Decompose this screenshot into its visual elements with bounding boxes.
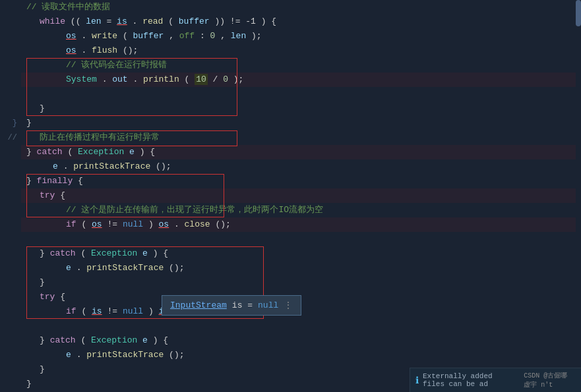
code-line: // 该代码会在运行时报错 [21, 58, 576, 72]
keyword-while: while [40, 16, 65, 26]
code-editor: } // // 读取文件中的数据 while (( len [0, 0, 581, 392]
tooltip-popup[interactable]: InputStream is = null ⋮ [162, 295, 301, 316]
code-line: System . out . println ( 10 / 0 ); [21, 72, 576, 87]
code-line: os . write ( buffer , off : 0 , len ); [21, 29, 576, 43]
code-line: } finally { [21, 174, 576, 188]
scrollbar-thumb[interactable] [576, 0, 581, 26]
tooltip-type: InputStream [170, 300, 227, 310]
code-line: e . printStackTrace (); [21, 348, 576, 362]
line-numbers: } // [0, 0, 21, 391]
code-line: } catch ( Exception e ) { [21, 246, 576, 261]
code-line: } catch ( Exception e ) { [21, 145, 576, 159]
comment-text: // 读取文件中的数据 [26, 2, 110, 12]
code-line: while (( len = is . read ( buffer )) != … [21, 14, 576, 29]
code-line [21, 319, 576, 333]
code-line [21, 87, 576, 101]
tooltip-eq: is = [232, 300, 253, 310]
notification-text: Externally added files can be ad [423, 372, 517, 388]
code-line: // 这个是防止在传输前，出现了运行时异常，此时两个IO流都为空 [21, 203, 576, 217]
code-line: if ( os != null ) os . close (); [21, 217, 576, 232]
info-icon: ℹ [415, 375, 419, 386]
code-line: } catch ( Exception e ) { [21, 333, 576, 348]
code-line: // 读取文件中的数据 [21, 0, 576, 14]
code-line: } [21, 101, 576, 116]
tooltip-null: null [258, 300, 278, 310]
scrollbar[interactable] [576, 0, 581, 392]
code-line [21, 232, 576, 246]
code-line: } [21, 275, 576, 290]
code-line: os . flush (); [21, 43, 576, 58]
code-line: e . printStackTrace (); [21, 261, 576, 275]
tooltip-more-icon[interactable]: ⋮ [284, 300, 293, 311]
notification-bar: ℹ Externally added files can be ad CSDN … [410, 368, 581, 392]
keyword-finally: finally [37, 176, 73, 186]
code-line: try { [21, 188, 576, 203]
code-line: e . printStackTrace (); [21, 159, 576, 174]
code-line: 防止在传播过程中有运行时异常 [21, 130, 576, 145]
notification-brand: CSDN @古倔哪虚宇 n't [524, 371, 573, 389]
code-content: // 读取文件中的数据 while (( len = is . read ( b… [21, 0, 576, 392]
code-line: } [21, 116, 576, 130]
